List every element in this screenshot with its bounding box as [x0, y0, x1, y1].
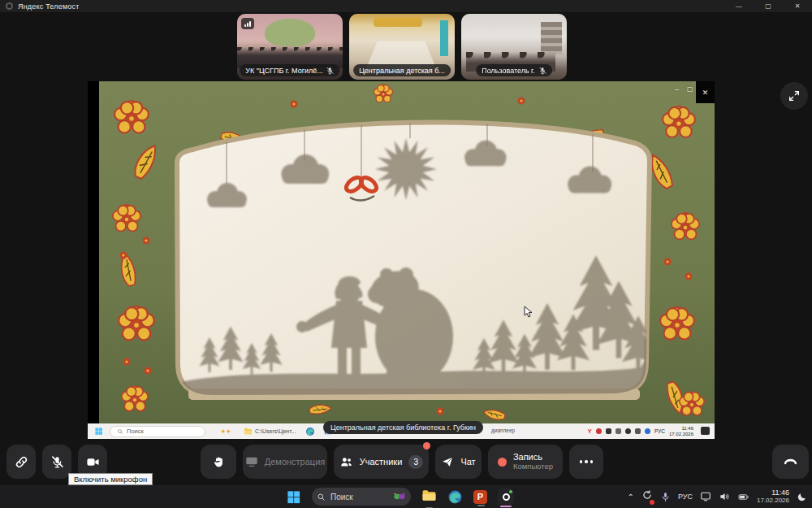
expand-icon [788, 89, 801, 102]
participants-label: Участники [360, 457, 403, 467]
more-options-button[interactable] [569, 445, 603, 479]
participants-strip: УК "ЦСГПБ г. Могилё... Центральная детск… [237, 14, 567, 80]
folder-icon [244, 427, 253, 436]
record-source-label: Компьютер [513, 462, 553, 471]
participant-tile-2[interactable]: Центральная детская б... [349, 14, 455, 80]
participants-icon [339, 455, 353, 469]
mic-tray-icon[interactable] [660, 492, 671, 502]
window-close-button[interactable]: ✕ [783, 0, 812, 12]
volume-icon[interactable] [719, 491, 730, 502]
start-button[interactable] [286, 489, 301, 505]
shadow-theatre-video [99, 81, 715, 423]
participant-tile-1[interactable]: УК "ЦСГПБ г. Могилё... [237, 14, 343, 80]
shared-window-restore-icon: ▢ [687, 85, 693, 93]
link-icon [15, 455, 28, 469]
mouse-cursor [524, 306, 533, 319]
presenter-clock: 11:46 17.02.2026 [669, 426, 693, 436]
shared-screen-stage[interactable]: – ▢ ✕ Поиск ✦✦ C:\Users\Цент... Централь… [88, 81, 715, 439]
presenter-player-label: диаплеер [491, 428, 515, 433]
mic-off-icon [326, 67, 335, 75]
presenter-search-box: Поиск [110, 426, 205, 437]
record-tray-icon [596, 428, 602, 434]
fullscreen-button[interactable] [780, 82, 808, 110]
tray-icon [625, 428, 631, 434]
search-icon [317, 493, 326, 501]
tray-chevron-icon[interactable]: ⌃ [628, 493, 634, 501]
more-icon [580, 460, 594, 463]
tray-icon [606, 428, 611, 434]
share-screen-button[interactable]: Демонстрация [243, 445, 327, 479]
raise-hand-icon [212, 455, 226, 469]
powerpoint-icon: P [473, 490, 487, 504]
telemost-app-icon [503, 493, 510, 501]
tray-icon [635, 428, 641, 434]
language-indicator[interactable]: РУС [678, 493, 693, 501]
signal-icon [241, 18, 254, 29]
shared-window-close-icon: ✕ [696, 81, 715, 103]
raise-hand-button[interactable] [201, 445, 236, 479]
presenter-tooltip: Центральная детская библиотека г. Губкин [323, 421, 483, 434]
end-call-button[interactable] [772, 445, 809, 479]
mic-off-icon [538, 67, 546, 75]
presenter-language-indicator: РУС [654, 428, 665, 434]
battery-icon[interactable] [737, 492, 749, 502]
window-minimize-button[interactable]: — [724, 0, 754, 12]
system-taskbar: Поиск P ⌃ РУС [0, 484, 812, 508]
yandex-tray-icon: Y [588, 428, 592, 435]
mic-off-icon [50, 455, 64, 469]
participants-button[interactable]: Участники 3 [334, 445, 429, 479]
shared-window-minimize-icon: – [675, 85, 679, 93]
participants-notification-dot [423, 442, 430, 449]
camera-icon [86, 455, 100, 469]
edge-browser-button[interactable] [447, 489, 463, 505]
do-not-disturb-icon[interactable] [797, 492, 807, 502]
chat-send-icon [441, 455, 454, 468]
telemost-app-button[interactable] [498, 488, 514, 505]
chat-label: Чат [460, 457, 475, 467]
display-tray-icon[interactable] [700, 491, 711, 502]
participant-name: УК "ЦСГПБ г. Могилё... [245, 67, 322, 75]
participant-name: Пользователь г. [482, 67, 535, 75]
participant-tile-3[interactable]: Пользователь г. [461, 14, 567, 80]
bluetooth-tray-icon [645, 428, 650, 434]
end-call-icon [783, 454, 798, 470]
sun-shadow [375, 138, 437, 200]
copy-link-button[interactable] [6, 445, 36, 479]
edge-icon [305, 427, 315, 436]
app-logo-icon [6, 2, 13, 10]
sync-tray-icon[interactable] [641, 489, 653, 504]
microphone-button[interactable] [42, 445, 71, 479]
presenter-taskbar: Поиск ✦✦ C:\Users\Цент... Центральная де… [88, 423, 715, 439]
clock[interactable]: 11:46 17.02.2026 [757, 488, 789, 505]
record-label: Запись [513, 452, 542, 462]
presenter-tray: Y РУС 11:46 17.02.2026 [588, 423, 693, 439]
powerpoint-button[interactable]: P [473, 490, 487, 504]
telemost-window: Яндекс Телемост — ▢ ✕ УК "ЦСГПБ г. Могил… [0, 0, 812, 508]
search-icon [117, 428, 123, 435]
chat-button[interactable]: Чат [435, 445, 482, 479]
participants-count-badge: 3 [408, 455, 423, 469]
taskbar-search-placeholder: Поиск [330, 493, 353, 501]
presenter-folder-task: C:\Users\Цент... [244, 427, 296, 436]
share-screen-label: Демонстрация [265, 457, 326, 467]
window-title: Яндекс Телемост [18, 2, 80, 11]
mic-tooltip: Включить микрофон [68, 473, 153, 485]
window-maximize-button[interactable]: ▢ [754, 0, 783, 12]
titlebar: Яндекс Телемост — ▢ ✕ [0, 0, 812, 12]
folder-icon [421, 488, 437, 503]
participant-name-badge: УК "ЦСГПБ г. Могилё... [240, 64, 339, 76]
recording-button[interactable]: Запись Компьютер [488, 445, 563, 479]
screen-share-icon [245, 455, 258, 468]
participant-name-badge: Пользователь г. [476, 64, 552, 76]
system-tray: ⌃ РУС 11:46 17.02.2026 [628, 484, 807, 508]
participant-name: Центральная детская б... [359, 67, 445, 75]
search-highlight-icon [393, 490, 406, 503]
tray-icon [615, 428, 621, 434]
file-explorer-button[interactable] [421, 488, 437, 506]
record-dot-icon [498, 458, 507, 467]
taskbar-search-box[interactable]: Поиск [312, 488, 411, 506]
copilot-sparkle-icon: ✦✦ [220, 428, 231, 436]
participant-name-badge: Центральная детская б... [353, 64, 451, 76]
presenter-notification-icon [701, 427, 710, 435]
presenter-start-icon [94, 427, 103, 436]
